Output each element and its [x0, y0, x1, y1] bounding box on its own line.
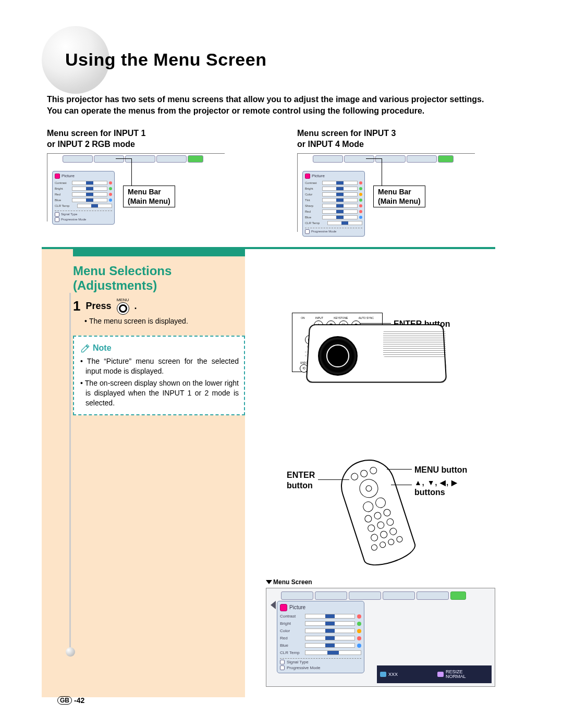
menu-screen-large: Picture Contrast Bright Color Red Blue C… — [266, 588, 495, 687]
callout-l2: (Main Menu) — [378, 197, 421, 205]
label-remote-enter: ENTER button — [287, 470, 315, 491]
rm-btn — [350, 472, 359, 482]
status-text: XXX — [388, 672, 398, 677]
gb-badge: GB — [57, 696, 72, 705]
status-icon — [380, 672, 386, 677]
rm-btn — [359, 469, 369, 478]
cp-label-on: ON — [301, 316, 305, 319]
menu-shot-2: Picture Contrast Bright Color Tint Sharp… — [297, 153, 527, 237]
caption-l1: Menu screen for INPUT 1 — [47, 129, 145, 138]
foot-icon — [305, 229, 310, 234]
foot-label: Signal Type — [287, 660, 309, 664]
rm-btn — [369, 466, 378, 475]
big-tab — [349, 591, 381, 600]
note-label: Note — [93, 343, 112, 353]
callout-menu-bar-2: Menu Bar (Main Menu) — [373, 186, 425, 207]
projector-illustration — [308, 313, 454, 386]
row-label: Tint — [305, 199, 321, 202]
lead-line — [318, 479, 349, 480]
callout-l1: Menu Bar — [378, 188, 411, 196]
status-text: NORMAL — [446, 674, 466, 679]
section-title: Menu Selections (Adjustments) — [73, 264, 245, 292]
foot-icon — [280, 665, 285, 670]
note-item-2: • The on-screen display shown on the low… — [85, 378, 239, 408]
col-input-1-2: Menu screen for INPUT 1 or INPUT 2 RGB m… — [47, 128, 276, 237]
rm-btn — [387, 538, 395, 546]
lead-line — [391, 485, 412, 485]
step-desc-text: The menu screen is displayed. — [89, 317, 188, 325]
dot-icon — [357, 622, 361, 626]
label-remote-menu: MENU button — [414, 465, 467, 475]
caption-l1: Menu screen for INPUT 3 — [297, 129, 396, 138]
menu-tabs-1 — [63, 155, 203, 163]
menu-tab — [407, 155, 437, 163]
remote-illustration — [334, 453, 419, 571]
big-tab — [315, 591, 347, 600]
rm-btn — [395, 535, 403, 543]
panel-title: Picture — [312, 174, 325, 178]
step-number: 1 — [73, 298, 80, 314]
menu-tab — [94, 155, 124, 163]
lead-line — [387, 469, 412, 470]
rm-enter-button — [361, 500, 374, 513]
callout-l1: Menu Bar — [128, 188, 161, 196]
menu-tab — [63, 155, 93, 163]
dot-icon — [359, 187, 362, 190]
big-menu-tabs — [281, 591, 466, 600]
note-box: Note • The “Picture” menu screen for the… — [73, 336, 245, 415]
step-1-desc: •The menu screen is displayed. — [84, 317, 245, 325]
status-icon — [437, 672, 444, 677]
menu-tab — [125, 155, 155, 163]
big-tab — [383, 591, 415, 600]
section-menu-selections: Menu Selections (Adjustments) 1 Press ME… — [42, 247, 495, 697]
row-label: Contrast — [305, 181, 321, 184]
row-label: Red — [280, 636, 303, 640]
caption-input-3-4: Menu screen for INPUT 3 or INPUT 4 Mode — [297, 128, 527, 150]
menu-tab — [344, 155, 374, 163]
panel-title: Picture — [62, 174, 75, 178]
note-item-1: • The “Picture” menu screen for the sele… — [85, 356, 239, 376]
big-tab — [281, 591, 313, 600]
caption-input-1-2: Menu screen for INPUT 1 or INPUT 2 RGB m… — [47, 128, 276, 150]
foot-icon — [55, 217, 59, 222]
arrow-symbols: ▲, ▼, ◀, ▶ — [414, 478, 458, 488]
row-label: Sharp — [305, 204, 321, 207]
dot-icon — [109, 193, 112, 196]
menu-panel-2: Picture Contrast Bright Color Tint Sharp… — [302, 164, 365, 237]
row-label: Blue — [55, 199, 70, 202]
row-label: Contrast — [55, 181, 70, 184]
rm-btn — [383, 508, 392, 517]
dot-icon — [109, 181, 112, 184]
row-label: CLR Temp — [305, 221, 326, 225]
rm-btn — [388, 527, 398, 536]
panel-icon — [55, 174, 60, 179]
menu-screen-caption-row: Menu Screen — [266, 578, 495, 586]
row-label: Color — [280, 628, 303, 633]
foot-icon — [280, 660, 285, 664]
section-rail-end-icon — [66, 647, 75, 657]
foot-label: Progressive Mode — [287, 665, 320, 670]
menu-screenshot-row: Menu screen for INPUT 1 or INPUT 2 RGB m… — [47, 128, 527, 237]
row-label: Bright — [305, 187, 321, 190]
menu-shot-1: Picture Contrast Bright Red Blue CLR Tem… — [47, 153, 276, 226]
foot-label: Signal Type — [61, 213, 77, 216]
col-input-3-4: Menu screen for INPUT 3 or INPUT 4 Mode — [297, 128, 527, 237]
rm-btn — [378, 541, 386, 549]
row-label: CLR Temp — [280, 650, 303, 655]
rm-btn — [364, 514, 373, 524]
triangle-down-icon — [266, 580, 272, 584]
foot-label: Progressive Mode — [61, 218, 86, 221]
row-label: Color — [305, 193, 321, 196]
dot-icon — [357, 614, 361, 619]
menu-tab-status — [188, 155, 203, 163]
dot-icon — [359, 204, 362, 207]
rm-btn — [379, 530, 388, 539]
callout-l2: (Main Menu) — [128, 197, 170, 205]
menu-tabs-2 — [313, 155, 454, 163]
menu-tab — [313, 155, 343, 163]
label-enter-l2: button — [287, 480, 315, 491]
rm-menu-button — [374, 496, 387, 509]
dot-icon — [109, 187, 112, 190]
label-remote-arrows: ▲, ▼, ◀, ▶ buttons — [414, 478, 458, 498]
page-footer: GB -42 — [57, 696, 84, 705]
